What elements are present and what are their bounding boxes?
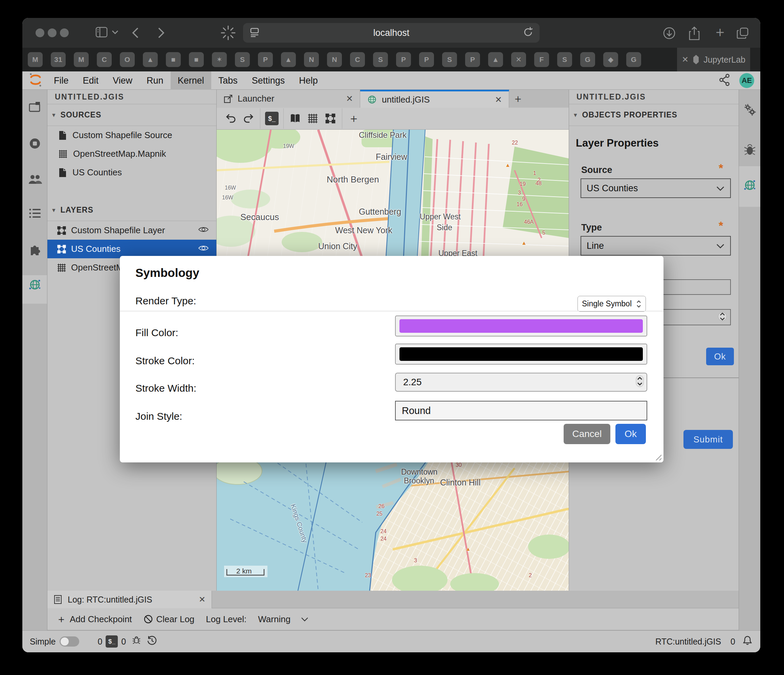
file-browser-icon[interactable] (28, 101, 41, 114)
bookmark-icon[interactable]: N (304, 52, 319, 67)
bookmark-icon[interactable]: M (74, 52, 89, 67)
add-raster-layer-button[interactable] (304, 110, 322, 127)
bookmark-icon[interactable]: C (350, 52, 365, 67)
bookmark-icon[interactable]: G (626, 52, 641, 67)
downloads-icon[interactable] (662, 26, 677, 40)
chevron-down-icon[interactable] (111, 30, 119, 35)
traffic-light-close[interactable] (36, 28, 44, 37)
property-inspector-gears-icon[interactable] (743, 103, 757, 118)
tab-overview-icon[interactable] (736, 26, 750, 40)
layer-item-us-counties[interactable]: US Counties (47, 240, 216, 258)
menu-help[interactable]: Help (292, 72, 325, 90)
reader-view-icon[interactable] (249, 26, 260, 39)
add-checkpoint-button[interactable]: ＋ Add Checkpoint (56, 612, 132, 626)
bookmark-icon[interactable]: P (258, 52, 273, 67)
clear-log-button[interactable]: Clear Log (143, 614, 194, 625)
stroke-color-picker[interactable] (395, 344, 647, 365)
bookmark-icon[interactable]: P (419, 52, 434, 67)
bookmark-icon[interactable]: N (327, 52, 342, 67)
bookmark-icon[interactable]: ◆ (603, 52, 618, 67)
type-select[interactable]: Line (580, 236, 731, 255)
menu-settings[interactable]: Settings (245, 72, 292, 90)
bookmark-icon[interactable]: M (28, 52, 43, 67)
layers-section-header[interactable]: ▾ LAYERS (47, 199, 216, 221)
collaborators-icon[interactable] (28, 173, 42, 187)
tab-launcher[interactable]: Launcher ✕ (217, 90, 360, 108)
bookmark-icon[interactable]: ■ (189, 52, 204, 67)
dialog-ok-button[interactable]: Ok (615, 424, 646, 444)
browser-tab-jupyterlab[interactable]: ✕ JupyterLab (677, 48, 750, 72)
join-style-select[interactable]: Round (395, 401, 647, 420)
redo-button[interactable] (240, 110, 257, 127)
status-bug-icon[interactable] (131, 635, 142, 648)
bookmark-icon[interactable]: S (557, 52, 572, 67)
close-tab-icon[interactable]: ✕ (495, 95, 502, 104)
panel-ok-button[interactable]: Ok (706, 348, 734, 365)
source-item-openstreetmap[interactable]: OpenStreetMap.Mapnik (47, 145, 216, 163)
address-bar[interactable]: localhost (243, 23, 540, 43)
log-level-select[interactable]: Warning (258, 614, 309, 625)
layer-item-custom-shapefile[interactable]: Custom Shapefile Layer (47, 221, 216, 240)
bookmark-icon[interactable]: S (442, 52, 457, 67)
bookmark-icon[interactable]: P (396, 52, 411, 67)
share-document-icon[interactable] (718, 73, 731, 88)
undo-button[interactable] (222, 110, 240, 127)
spinner-icon[interactable] (718, 311, 727, 324)
bookmark-icon[interactable]: 31 (51, 52, 66, 67)
traffic-light-minimize[interactable] (48, 28, 56, 37)
simple-mode-toggle[interactable] (59, 636, 79, 647)
traffic-light-zoom[interactable] (60, 28, 69, 37)
share-icon[interactable] (688, 26, 701, 41)
log-tab[interactable]: Log: RTC:untitled.jGIS ✕ (47, 591, 212, 608)
reload-icon[interactable] (523, 26, 534, 39)
table-of-contents-icon[interactable] (28, 207, 41, 220)
bookmark-icon[interactable]: F (534, 52, 549, 67)
add-button[interactable]: ＋ (345, 110, 362, 127)
close-icon[interactable]: ✕ (682, 55, 689, 64)
bell-icon[interactable] (743, 635, 752, 648)
bookmark-icon[interactable]: ✕ (511, 52, 526, 67)
debugger-bug-icon[interactable] (744, 143, 756, 157)
bookmark-icon[interactable]: ■ (166, 52, 181, 67)
bookmark-icon[interactable]: P (465, 52, 480, 67)
forward-button[interactable] (156, 26, 166, 40)
bookmark-icon[interactable]: G (580, 52, 595, 67)
jgis-globe-icon[interactable] (28, 278, 42, 293)
new-tab-button[interactable]: ＋ (509, 90, 527, 108)
close-tab-icon[interactable]: ✕ (346, 94, 353, 104)
new-tab-icon[interactable]: ＋ (713, 24, 727, 40)
basemap-book-button[interactable] (286, 110, 304, 127)
menu-kernel[interactable]: Kernel (171, 72, 211, 90)
objects-properties-header[interactable]: ▾ OBJECTS PROPERTIES (569, 104, 739, 126)
source-item-custom-shapefile[interactable]: Custom Shapefile Source (47, 126, 216, 145)
close-tab-icon[interactable]: ✕ (199, 595, 205, 604)
sources-section-header[interactable]: ▾ SOURCES (47, 104, 216, 126)
spinner-icon[interactable] (636, 375, 644, 390)
back-button[interactable] (131, 26, 140, 40)
add-vector-layer-button[interactable] (322, 110, 339, 127)
source-item-us-counties[interactable]: US Counties (47, 163, 216, 182)
submit-button[interactable]: Submit (683, 430, 733, 449)
source-select[interactable]: US Counties (580, 178, 731, 198)
terminal-icon[interactable]: $_ (106, 635, 118, 648)
resize-handle[interactable] (654, 453, 661, 460)
visibility-eye-icon[interactable] (198, 225, 209, 236)
user-avatar[interactable]: AE (739, 73, 754, 88)
extensions-icon[interactable] (28, 243, 41, 257)
bookmark-icon[interactable]: ✶ (212, 52, 227, 67)
history-icon[interactable] (147, 635, 157, 648)
menu-view[interactable]: View (106, 72, 140, 90)
console-button[interactable]: $_ (263, 110, 281, 127)
bookmark-icon[interactable]: C (97, 52, 112, 67)
visibility-eye-icon[interactable] (198, 244, 209, 254)
menu-edit[interactable]: Edit (76, 72, 106, 90)
url-text[interactable]: localhost (260, 28, 523, 38)
bookmark-icon[interactable]: ▲ (281, 52, 296, 67)
sidebar-toggle-icon[interactable] (95, 26, 108, 38)
menu-run[interactable]: Run (140, 72, 171, 90)
menu-tabs[interactable]: Tabs (211, 72, 245, 90)
bookmark-icon[interactable]: ▲ (143, 52, 158, 67)
render-type-select[interactable]: Single Symbol (577, 296, 646, 312)
bookmark-icon[interactable]: S (373, 52, 388, 67)
stroke-width-input[interactable]: 2.25 (395, 373, 647, 392)
